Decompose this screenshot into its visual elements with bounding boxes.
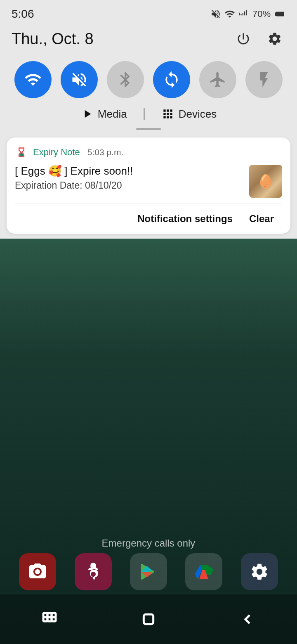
svg-rect-2	[281, 14, 282, 14]
drag-handle	[0, 126, 297, 135]
recent-apps-button[interactable]	[33, 603, 66, 636]
sync-icon	[163, 71, 181, 89]
notification-card: Expiry Note 5:03 p.m. [ Eggs 🥰 ] Expire …	[7, 137, 290, 234]
notification-panel: 5:06 70% Thu., Oct. 8	[0, 0, 297, 239]
media-devices-row: Media Devices	[0, 106, 297, 126]
settings-icon	[267, 31, 282, 46]
header-icon-buttons	[233, 28, 285, 50]
quick-toggles	[0, 57, 297, 106]
devices-button[interactable]: Devices	[161, 107, 217, 121]
notif-text-area: [ Eggs 🥰 ] Expire soon!! Expiration Date…	[15, 165, 244, 191]
play-icon	[80, 107, 94, 121]
wifi-toggle[interactable]	[14, 61, 52, 98]
dock-app-flower[interactable]	[75, 553, 112, 590]
wifi-status-icon	[224, 9, 235, 19]
clear-notification-button[interactable]: Clear	[244, 211, 279, 227]
status-bar: 5:06 70%	[0, 0, 297, 25]
drag-handle-bar	[136, 128, 161, 130]
media-label: Media	[98, 108, 127, 121]
sync-toggle[interactable]	[153, 61, 190, 98]
bluetooth-icon	[116, 71, 134, 89]
dock-app-play-store[interactable]	[130, 553, 167, 590]
flashlight-icon	[255, 71, 273, 89]
notif-title: [ Eggs 🥰 ] Expire soon!!	[15, 165, 244, 178]
back-button[interactable]	[231, 603, 264, 636]
status-time: 5:06	[12, 7, 34, 21]
airplane-toggle[interactable]	[199, 61, 236, 98]
back-icon	[239, 611, 256, 627]
mute-toggle[interactable]	[61, 61, 98, 98]
notif-app-name: Expiry Note	[33, 147, 80, 158]
dock-app-camera[interactable]	[19, 553, 56, 590]
recent-apps-icon	[41, 611, 58, 627]
status-icons: 70%	[210, 9, 285, 19]
power-icon	[236, 31, 251, 46]
notification-settings-button[interactable]: Notification settings	[132, 211, 238, 227]
home-button[interactable]	[132, 603, 165, 636]
dock-app-google-drive[interactable]	[185, 553, 222, 590]
hourglass-icon	[16, 147, 27, 158]
notif-actions: Notification settings Clear	[15, 204, 282, 234]
notif-thumbnail	[249, 165, 282, 198]
camera-icon	[28, 562, 47, 582]
settings-dock-icon	[250, 562, 269, 582]
navigation-bar	[0, 594, 297, 644]
svg-rect-9	[144, 614, 153, 624]
app-icon	[15, 146, 28, 159]
date-display: Thu., Oct. 8	[12, 30, 94, 48]
notif-time: 5:03 p.m.	[87, 147, 124, 157]
notif-body: [ Eggs 🥰 ] Expire soon!! Expiration Date…	[15, 165, 282, 198]
notif-header: Expiry Note 5:03 p.m.	[15, 146, 282, 159]
devices-icon	[161, 107, 174, 121]
app-dock	[0, 553, 297, 590]
mute-icon	[70, 71, 88, 89]
media-devices-divider	[144, 108, 145, 120]
wifi-icon	[24, 71, 42, 89]
airplane-icon	[209, 71, 227, 89]
devices-label: Devices	[179, 108, 217, 121]
notif-subtitle: Expiration Date: 08/10/20	[15, 180, 244, 191]
media-button[interactable]: Media	[80, 107, 127, 121]
signal-icon	[238, 9, 249, 19]
battery-text: 70%	[252, 9, 271, 19]
bluetooth-toggle[interactable]	[107, 61, 144, 98]
home-icon	[140, 611, 157, 627]
date-controls-row: Thu., Oct. 8	[0, 25, 297, 57]
settings-button[interactable]	[264, 28, 285, 50]
flashlight-toggle[interactable]	[245, 61, 283, 98]
mute-status-icon	[210, 9, 221, 19]
power-button[interactable]	[233, 28, 254, 50]
svg-rect-1	[276, 13, 280, 15]
svg-rect-8	[52, 617, 56, 621]
battery-icon	[274, 9, 285, 19]
play-store-icon	[139, 562, 158, 582]
google-drive-icon	[194, 562, 214, 582]
flower-icon	[83, 562, 103, 582]
emergency-text: Emergency calls only	[0, 537, 297, 549]
dock-app-settings[interactable]	[241, 553, 278, 590]
